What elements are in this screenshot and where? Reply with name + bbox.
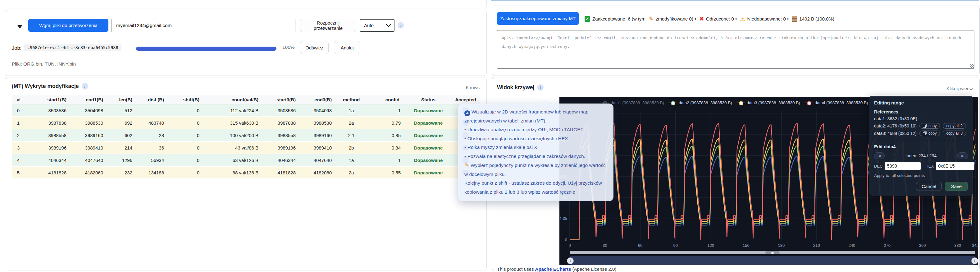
status-text: zmodyfikowane 0) •: [656, 16, 697, 21]
prev-point-button[interactable]: ◀: [874, 152, 885, 159]
status-text: Odrzucone: 0 •: [706, 16, 738, 21]
resize-grip-icon[interactable]: [970, 64, 974, 68]
datazoom-left-handle[interactable]: [567, 258, 574, 264]
comment-textarea[interactable]: [497, 30, 974, 69]
scrollbar-handle[interactable]: [765, 251, 780, 254]
datazoom-right-handle[interactable]: [971, 258, 978, 264]
refresh-button[interactable]: Odśwież: [300, 41, 329, 54]
table-cell: 3989196: [263, 142, 300, 154]
files-line: Pliki: ORG.bin, TUN, INNY.bin: [12, 61, 76, 67]
hex-input[interactable]: [936, 162, 974, 170]
table-cell: 3989196: [25, 142, 71, 154]
copy-all-button[interactable]: copy all 3: [943, 131, 966, 136]
copy-icon: [923, 131, 927, 135]
editing-range-panel: Editing range References data1: 3632 (0x…: [869, 96, 973, 196]
column-header[interactable]: method: [336, 95, 366, 104]
table-cell: 1: [366, 154, 405, 166]
legend-item[interactable]: data2 (3987838–3988530 B): [668, 101, 732, 105]
column-header[interactable]: Accepted: [452, 95, 480, 104]
svg-text:30: 30: [603, 243, 607, 248]
table-cell: 63 val/126 B: [204, 154, 263, 166]
mode-info-icon[interactable]: i: [398, 22, 404, 29]
pencil-icon: ✎: [649, 15, 654, 22]
pencil-icon: ✎: [465, 162, 469, 168]
copy-button[interactable]: copy: [920, 131, 940, 136]
chart-scrollbar[interactable]: [570, 251, 975, 254]
table-cell: 28: [137, 129, 169, 142]
legend-marker-icon: [805, 101, 813, 104]
table-cell: 315 val/630 B: [204, 117, 263, 129]
table-cell: 3987838: [263, 117, 300, 129]
cancel-edit-button[interactable]: Cancel: [916, 182, 942, 191]
collapse-caret-icon[interactable]: [18, 25, 22, 29]
table-row[interactable]: 239885583989160602280100 val/200 B398855…: [12, 129, 480, 142]
processing-mode-value: Auto: [364, 23, 374, 28]
modifications-info-icon[interactable]: i: [82, 83, 88, 90]
table-cell: 3504098: [71, 104, 108, 117]
curve-info-icon[interactable]: i: [537, 84, 544, 91]
apply-changes-button[interactable]: Zastosuj zaakceptowane zmiany MT: [497, 12, 579, 25]
column-header[interactable]: start1(B): [25, 95, 71, 104]
column-header[interactable]: shift(B): [169, 95, 204, 104]
table-row[interactable]: 1398783839885306924837400315 val/630 B39…: [12, 117, 480, 129]
table-cell: 0: [169, 142, 204, 154]
editing-range-title: Editing range: [874, 100, 968, 106]
status-text: Niedopasowane: 0 •: [747, 16, 790, 21]
table-cell: 3989410: [300, 142, 336, 154]
table-row[interactable]: 0350358635040985120112 val/224 B35035863…: [12, 104, 480, 117]
upload-card: Wgraj pliki do przetworzenia Rozpocznij …: [5, 10, 487, 76]
table-row[interactable]: 440463444047640129656934063 val/126 B404…: [12, 154, 480, 166]
reference-row: data2: 4176 (0x50 10)copycopy all 2: [874, 123, 968, 129]
legend-marker-icon: [737, 101, 745, 104]
table-row[interactable]: 541818284182060232134188068 val/136 B418…: [12, 166, 480, 179]
column-header[interactable]: Status: [405, 95, 452, 104]
panel-divider: [874, 140, 968, 140]
next-point-button[interactable]: ▶: [957, 152, 968, 159]
column-header[interactable]: dist.(B): [137, 95, 169, 104]
table-cell: 1: [12, 117, 25, 129]
dec-input[interactable]: [885, 162, 921, 170]
table-cell: 4182060: [300, 166, 336, 179]
progress-percent: 100%: [282, 45, 295, 50]
table-cell: 3987838: [25, 117, 71, 129]
table-row[interactable]: 33989196398941021436043 val/86 B39891963…: [12, 142, 480, 154]
column-header[interactable]: end1(B): [71, 95, 108, 104]
column-header[interactable]: confid.: [366, 95, 405, 104]
chart-datazoom-slider[interactable]: [570, 256, 975, 264]
email-input[interactable]: [111, 19, 295, 32]
column-header[interactable]: start3(B): [263, 95, 300, 104]
table-cell: 0.84: [366, 142, 405, 154]
svg-text:300: 300: [919, 243, 926, 248]
table-cell: 0.55: [366, 166, 405, 179]
table-cell: 3504098: [300, 104, 336, 117]
tooltip-line: • Obsługuje podgląd wartości dziesiętnyc…: [465, 134, 607, 143]
start-processing-button[interactable]: Rozpocznij przetwarzanie: [300, 19, 356, 32]
tooltip-line: 4Wizualizuje w 2D wartości fragmentów lu…: [465, 107, 607, 125]
column-header[interactable]: #: [12, 95, 25, 104]
echarts-link[interactable]: Apache ECharts: [535, 266, 571, 272]
svg-text:345: 345: [972, 243, 978, 248]
column-header[interactable]: count(val/B): [204, 95, 263, 104]
column-header[interactable]: end3(B): [300, 95, 336, 104]
copy-button[interactable]: copy: [920, 123, 940, 129]
table-cell: 3989160: [300, 129, 336, 142]
table-cell: 56934: [137, 154, 169, 166]
column-header[interactable]: len(B): [108, 95, 137, 104]
legend-item[interactable]: data3 (3987838–3988530 B): [737, 101, 800, 105]
table-cell: 43 val/86 B: [204, 142, 263, 154]
save-edit-button[interactable]: Save: [945, 182, 968, 191]
table-cell: 0.79: [366, 117, 405, 129]
legend-item[interactable]: data4 (3987838–3988530 B): [805, 101, 868, 105]
table-cell: 2 1: [336, 129, 366, 142]
page: Wgraj pliki do przetworzenia Rozpocznij …: [0, 0, 980, 272]
status-badge: Dopasowane: [405, 166, 452, 179]
table-cell: 4046344: [263, 154, 300, 166]
upload-files-button[interactable]: Wgraj pliki do przetworzenia: [28, 19, 108, 32]
legend-label: data4 (3987838–3988530 B): [815, 101, 868, 105]
package-icon: [792, 16, 797, 22]
copy-all-button[interactable]: copy all 2: [943, 123, 966, 129]
table-cell: 134188: [137, 166, 169, 179]
references-list: data1: 3632 (0x30 0E)data2: 4176 (0x50 1…: [874, 116, 968, 136]
processing-mode-select[interactable]: Auto: [360, 19, 395, 32]
cancel-job-button[interactable]: Anuluj: [334, 41, 360, 54]
